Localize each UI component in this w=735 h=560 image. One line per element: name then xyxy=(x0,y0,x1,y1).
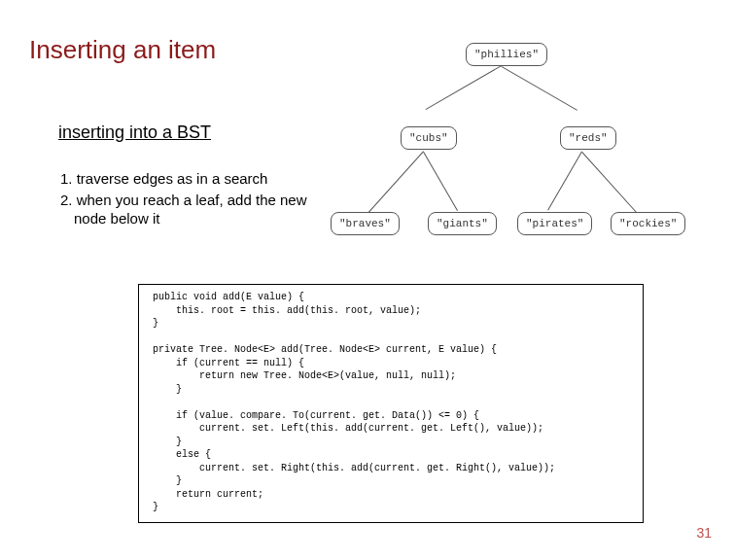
tree-node: "reds" xyxy=(560,126,616,150)
tree-edge xyxy=(502,66,578,111)
bst-diagram: "phillies" "cubs" "reds" "braves" "giant… xyxy=(327,37,716,261)
tree-edge xyxy=(368,151,424,213)
tree-edge xyxy=(426,65,502,110)
tree-node: "giants" xyxy=(428,212,497,235)
step-2: 2. when you reach a leaf, add the new no… xyxy=(60,191,313,228)
page-number: 31 xyxy=(696,525,712,541)
tree-node: "braves" xyxy=(331,212,400,235)
tree-edge xyxy=(423,152,458,211)
tree-edge xyxy=(581,152,638,214)
tree-edge xyxy=(547,152,582,211)
step-1: 1. traverse edges as in a search xyxy=(60,169,313,189)
steps-list: 1. traverse edges as in a search 2. when… xyxy=(60,169,313,230)
slide-title: Inserting an item xyxy=(29,35,216,65)
subtitle: inserting into a BST xyxy=(58,122,211,143)
tree-node: "cubs" xyxy=(401,126,457,150)
tree-node: "rockies" xyxy=(611,212,685,235)
tree-node-root: "phillies" xyxy=(466,43,547,66)
code-block: public void add(E value) { this. root = … xyxy=(138,284,644,523)
tree-node: "pirates" xyxy=(517,212,592,235)
